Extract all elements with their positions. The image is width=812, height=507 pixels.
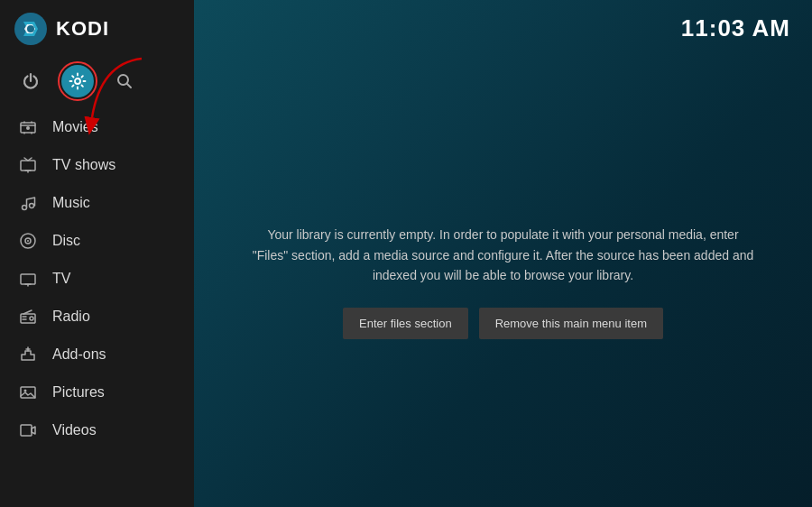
svg-point-19	[24, 390, 27, 392]
clock-display: 11:03 AM	[681, 14, 790, 42]
tv-icon	[18, 269, 38, 289]
disc-label: Disc	[52, 233, 80, 249]
sidebar-item-videos[interactable]: Videos	[0, 411, 194, 449]
add-ons-label: Add-ons	[52, 346, 106, 363]
remove-menu-item-button[interactable]: Remove this main menu item	[479, 308, 663, 339]
sidebar-item-tv[interactable]: TV	[0, 260, 194, 298]
tv-label: TV	[52, 271, 70, 287]
library-empty-text: Your library is currently empty. In orde…	[248, 225, 758, 285]
power-button[interactable]	[14, 65, 47, 97]
movies-icon	[18, 117, 38, 137]
sidebar-item-music[interactable]: Music	[0, 184, 194, 222]
tv-shows-label: TV shows	[52, 157, 115, 173]
app-header: KODI	[0, 0, 194, 58]
action-buttons-group: Enter files section Remove this main men…	[248, 308, 758, 339]
svg-point-8	[26, 126, 30, 130]
main-content: 11:03 AM Your library is currently empty…	[194, 0, 812, 507]
music-label: Music	[52, 195, 90, 211]
content-area: Your library is currently empty. In orde…	[194, 57, 812, 507]
svg-point-14	[27, 240, 29, 242]
settings-button[interactable]	[61, 65, 94, 97]
nav-menu: Movies TV shows Music	[0, 108, 194, 507]
svg-rect-9	[21, 161, 35, 171]
music-icon	[18, 193, 38, 213]
svg-point-17	[30, 317, 33, 320]
pictures-icon	[18, 383, 38, 402]
svg-point-11	[30, 204, 34, 208]
sidebar-item-movies[interactable]: Movies	[0, 108, 194, 146]
search-button[interactable]	[108, 65, 141, 97]
videos-label: Videos	[52, 422, 97, 438]
tv-shows-icon	[18, 155, 38, 175]
svg-rect-20	[21, 425, 32, 436]
disc-icon	[18, 231, 38, 251]
kodi-logo-icon	[14, 13, 47, 45]
sidebar: KODI	[0, 0, 194, 507]
sidebar-item-disc[interactable]: Disc	[0, 222, 194, 260]
videos-icon	[18, 420, 38, 440]
top-icon-bar	[0, 58, 194, 108]
app-title: KODI	[56, 17, 109, 41]
enter-files-button[interactable]: Enter files section	[343, 308, 468, 339]
pictures-label: Pictures	[52, 384, 105, 401]
sidebar-item-add-ons[interactable]: Add-ons	[0, 336, 194, 373]
library-message-container: Your library is currently empty. In orde…	[248, 225, 758, 338]
movies-label: Movies	[52, 119, 98, 135]
svg-point-4	[75, 78, 80, 84]
top-bar: 11:03 AM	[194, 0, 812, 57]
svg-point-3	[27, 25, 34, 32]
sidebar-item-pictures[interactable]: Pictures	[0, 373, 194, 411]
sidebar-item-tv-shows[interactable]: TV shows	[0, 146, 194, 184]
add-ons-icon	[18, 345, 38, 364]
radio-label: Radio	[52, 309, 90, 325]
svg-rect-15	[21, 274, 35, 284]
sidebar-item-radio[interactable]: Radio	[0, 298, 194, 336]
radio-icon	[18, 307, 38, 327]
